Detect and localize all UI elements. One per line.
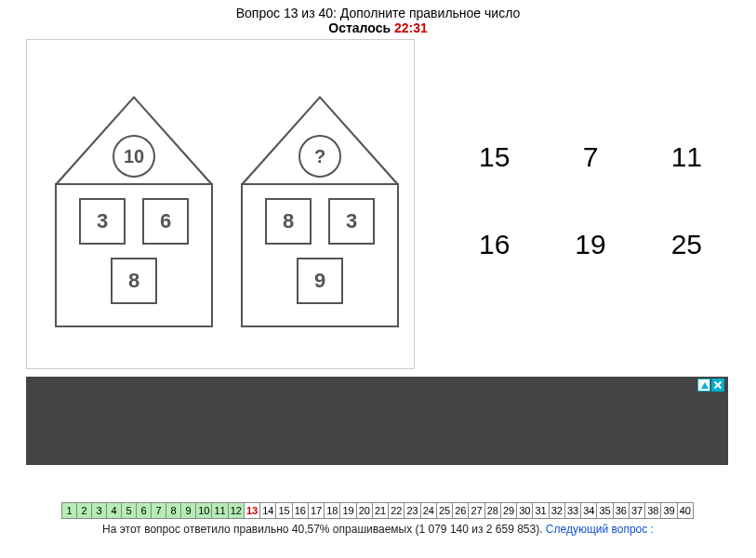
nav-question-16[interactable]: 16 <box>292 502 309 519</box>
nav-question-1[interactable]: 1 <box>61 502 77 519</box>
house-2: ? 8 3 9 <box>241 96 399 327</box>
answer-option[interactable]: 16 <box>467 229 523 260</box>
house-1-window-left: 3 <box>79 198 126 245</box>
content-area: 10 3 6 8 ? 8 3 9 <box>0 39 756 369</box>
answer-options: 15 7 11 16 19 25 <box>446 141 735 316</box>
timer-value: 22:31 <box>394 20 428 35</box>
nav-question-26[interactable]: 26 <box>452 502 469 519</box>
nav-question-36[interactable]: 36 <box>613 502 630 519</box>
nav-question-38[interactable]: 38 <box>644 502 661 519</box>
nav-question-20[interactable]: 20 <box>356 502 373 519</box>
nav-question-5[interactable]: 5 <box>121 502 137 519</box>
house-1-window-right: 6 <box>142 198 189 245</box>
puzzle-image: 10 3 6 8 ? 8 3 9 <box>26 39 415 369</box>
nav-question-18[interactable]: 18 <box>324 502 340 519</box>
ad-banner <box>26 377 728 465</box>
nav-question-24[interactable]: 24 <box>420 502 437 519</box>
nav-question-14[interactable]: 14 <box>259 502 276 519</box>
nav-question-17[interactable]: 17 <box>308 502 325 519</box>
nav-question-33[interactable]: 33 <box>564 502 581 519</box>
nav-question-34[interactable]: 34 <box>580 502 597 519</box>
house-2-body: 8 3 9 <box>241 183 399 327</box>
nav-question-31[interactable]: 31 <box>532 502 549 519</box>
timer-label: Осталось <box>328 20 394 35</box>
question-label: Вопрос 13 из 40: Дополните правильное чи… <box>236 6 521 20</box>
nav-question-10[interactable]: 10 <box>195 502 212 519</box>
stats-text: На этот вопрос ответило правильно 40,57%… <box>102 523 546 536</box>
nav-question-29[interactable]: 29 <box>500 502 517 519</box>
nav-question-3[interactable]: 3 <box>91 502 107 519</box>
house-2-top-circle: ? <box>298 135 341 178</box>
house-2-window-right: 3 <box>328 198 375 245</box>
nav-question-27[interactable]: 27 <box>468 502 484 519</box>
next-question-link[interactable]: Следующий вопрос : <box>546 523 654 536</box>
nav-question-9[interactable]: 9 <box>180 502 196 519</box>
answer-option[interactable]: 7 <box>563 141 618 173</box>
answer-option[interactable]: 25 <box>658 229 714 260</box>
nav-question-22[interactable]: 22 <box>388 502 405 519</box>
nav-question-40[interactable]: 40 <box>677 502 694 519</box>
house-2-window-bottom: 9 <box>297 258 343 304</box>
nav-question-30[interactable]: 30 <box>516 502 533 519</box>
nav-question-8[interactable]: 8 <box>166 502 181 519</box>
nav-question-6[interactable]: 6 <box>136 502 152 519</box>
adchoices-icon[interactable] <box>697 379 710 392</box>
footer-stats: На этот вопрос ответило правильно 40,57%… <box>0 523 756 536</box>
nav-question-32[interactable]: 32 <box>549 502 565 519</box>
house-1-body: 3 6 8 <box>55 183 213 327</box>
house-1-window-bottom: 8 <box>111 258 157 304</box>
nav-question-21[interactable]: 21 <box>372 502 389 519</box>
nav-question-25[interactable]: 25 <box>436 502 453 519</box>
nav-question-13[interactable]: 13 <box>244 502 260 519</box>
house-2-window-left: 8 <box>265 198 312 245</box>
house-1: 10 3 6 8 <box>55 96 213 327</box>
nav-question-15[interactable]: 15 <box>275 502 292 519</box>
answer-option[interactable]: 19 <box>563 229 618 260</box>
nav-question-35[interactable]: 35 <box>596 502 613 519</box>
question-header: Вопрос 13 из 40: Дополните правильное чи… <box>0 0 756 35</box>
nav-question-11[interactable]: 11 <box>211 502 228 519</box>
nav-question-39[interactable]: 39 <box>660 502 677 519</box>
answer-option[interactable]: 11 <box>658 141 714 173</box>
ad-controls <box>697 379 724 392</box>
house-1-top-circle: 10 <box>113 135 155 178</box>
nav-question-37[interactable]: 37 <box>629 502 645 519</box>
nav-question-7[interactable]: 7 <box>151 502 166 519</box>
close-ad-icon[interactable] <box>711 379 724 392</box>
answer-option[interactable]: 15 <box>467 141 523 173</box>
question-navigator: 1234567891011121314151617181920212223242… <box>0 502 756 519</box>
nav-question-23[interactable]: 23 <box>404 502 420 519</box>
nav-question-2[interactable]: 2 <box>76 502 92 519</box>
nav-question-4[interactable]: 4 <box>106 502 122 519</box>
nav-question-12[interactable]: 12 <box>228 502 245 519</box>
nav-question-28[interactable]: 28 <box>484 502 501 519</box>
nav-question-19[interactable]: 19 <box>339 502 356 519</box>
